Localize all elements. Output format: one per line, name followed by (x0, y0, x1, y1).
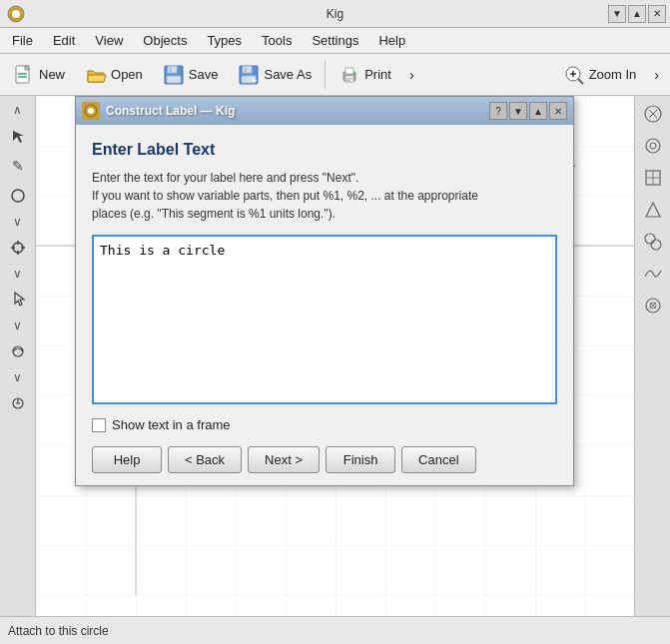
close-btn[interactable]: ✕ (648, 5, 666, 23)
dialog-description: Enter the text for your label here and p… (92, 169, 557, 223)
back-button[interactable]: < Back (168, 446, 242, 473)
left-chevron-down1[interactable]: ∨ (4, 212, 32, 232)
show-frame-row: Show text in a frame (92, 417, 557, 432)
svg-point-44 (650, 143, 656, 149)
save-as-icon: + (238, 64, 260, 86)
svg-point-1 (12, 10, 20, 18)
zoom-in-icon (563, 64, 585, 86)
new-icon (13, 64, 35, 86)
right-tool-4[interactable] (639, 196, 667, 224)
left-tool-pencil[interactable]: ✎ (4, 152, 32, 180)
left-tool-pointer[interactable] (4, 286, 32, 314)
next-button[interactable]: Next > (248, 446, 320, 473)
label-text-input[interactable]: This is a circle (92, 235, 557, 404)
show-frame-label: Show text in a frame (112, 417, 231, 432)
svg-line-24 (578, 79, 583, 84)
main-area: ∧ ✎ ∨ ∨ ∨ ∨ (0, 96, 670, 616)
save-icon (163, 64, 185, 86)
dialog: Construct Label — Kig ? ▼ ▲ ✕ Enter Labe… (75, 96, 574, 486)
left-chevron-down3[interactable]: ∨ (4, 316, 32, 335)
svg-point-53 (88, 108, 94, 114)
menu-tools[interactable]: Tools (254, 31, 300, 50)
right-tool-7[interactable] (639, 292, 667, 320)
svg-rect-18 (346, 78, 352, 80)
toolbar-separator (325, 61, 326, 89)
dialog-close-btn[interactable]: ✕ (549, 102, 567, 120)
show-frame-checkbox[interactable] (92, 418, 106, 432)
window-controls: ▼ ▲ ✕ (608, 5, 666, 23)
menu-file[interactable]: File (4, 31, 41, 50)
left-tool-crosshair[interactable] (4, 234, 32, 262)
right-tool-6[interactable] (639, 260, 667, 288)
svg-rect-17 (345, 68, 353, 74)
menu-bar: File Edit View Objects Types Tools Setti… (0, 28, 670, 54)
cancel-button[interactable]: Cancel (401, 446, 475, 473)
right-tool-1[interactable] (639, 100, 667, 128)
title-bar: Kig ▼ ▲ ✕ (0, 0, 670, 28)
svg-point-43 (646, 139, 660, 153)
svg-point-20 (353, 73, 355, 75)
left-tool-transform[interactable] (4, 337, 32, 365)
open-icon (85, 64, 107, 86)
app-icon (6, 4, 26, 24)
maximize-btn[interactable]: ▲ (628, 5, 646, 23)
dialog-buttons: Help < Back Next > Finish Cancel (92, 446, 557, 473)
new-button[interactable]: New (4, 58, 74, 92)
menu-settings[interactable]: Settings (304, 31, 366, 50)
svg-point-25 (12, 190, 24, 202)
svg-rect-11 (243, 66, 252, 73)
save-button[interactable]: Save (154, 58, 228, 92)
dialog-help-btn[interactable]: ? (489, 102, 507, 120)
dialog-title: Construct Label — Kig (106, 104, 483, 118)
right-tool-3[interactable] (639, 164, 667, 192)
svg-point-48 (645, 234, 655, 244)
svg-rect-8 (170, 67, 172, 72)
open-button[interactable]: Open (76, 58, 152, 92)
right-tool-5[interactable] (639, 228, 667, 256)
right-tool-2[interactable] (639, 132, 667, 160)
finish-button[interactable]: Finish (326, 446, 395, 473)
left-chevron-down4[interactable]: ∨ (4, 367, 32, 387)
menu-help[interactable]: Help (370, 31, 413, 50)
left-chevron-down2[interactable]: ∨ (4, 264, 32, 284)
svg-rect-19 (346, 80, 350, 82)
window-title: Kig (327, 7, 343, 21)
left-toolbar: ∧ ✎ ∨ ∨ ∨ ∨ (0, 96, 36, 616)
svg-rect-9 (167, 76, 181, 83)
svg-rect-7 (168, 66, 177, 73)
left-tool-label[interactable] (4, 389, 32, 417)
left-tool-arrow[interactable] (4, 122, 32, 150)
svg-text:+: + (252, 76, 257, 86)
menu-types[interactable]: Types (199, 31, 250, 50)
zoom-in-button[interactable]: Zoom In (554, 58, 646, 92)
dialog-heading: Enter Label Text (92, 141, 557, 159)
toolbar-more-button[interactable]: › (402, 58, 421, 92)
dialog-icon (82, 102, 100, 120)
status-text: Attach to this circle (8, 624, 109, 638)
status-bar: Attach to this circle (0, 616, 670, 644)
toolbar: New Open Save + (0, 54, 670, 96)
save-as-button[interactable]: + Save As (229, 58, 321, 92)
left-tool-circle[interactable] (4, 182, 32, 210)
print-icon (338, 64, 360, 86)
right-toolbar (634, 96, 670, 616)
help-button[interactable]: Help (92, 446, 162, 473)
dialog-title-bar: Construct Label — Kig ? ▼ ▲ ✕ (76, 97, 573, 125)
toolbar-overflow-button[interactable]: › (647, 58, 666, 92)
dialog-minimize-btn[interactable]: ▼ (509, 102, 527, 120)
print-button[interactable]: Print (330, 58, 400, 92)
svg-rect-12 (245, 67, 247, 72)
left-chevron-up[interactable]: ∧ (4, 100, 32, 120)
menu-edit[interactable]: Edit (45, 31, 83, 50)
menu-objects[interactable]: Objects (135, 31, 195, 50)
minimize-btn[interactable]: ▼ (608, 5, 626, 23)
dialog-maximize-btn[interactable]: ▲ (529, 102, 547, 120)
dialog-content: Enter Label Text Enter the text for your… (76, 125, 573, 485)
svg-point-49 (651, 240, 661, 250)
dialog-title-controls: ? ▼ ▲ ✕ (489, 102, 567, 120)
menu-view[interactable]: View (87, 31, 131, 50)
